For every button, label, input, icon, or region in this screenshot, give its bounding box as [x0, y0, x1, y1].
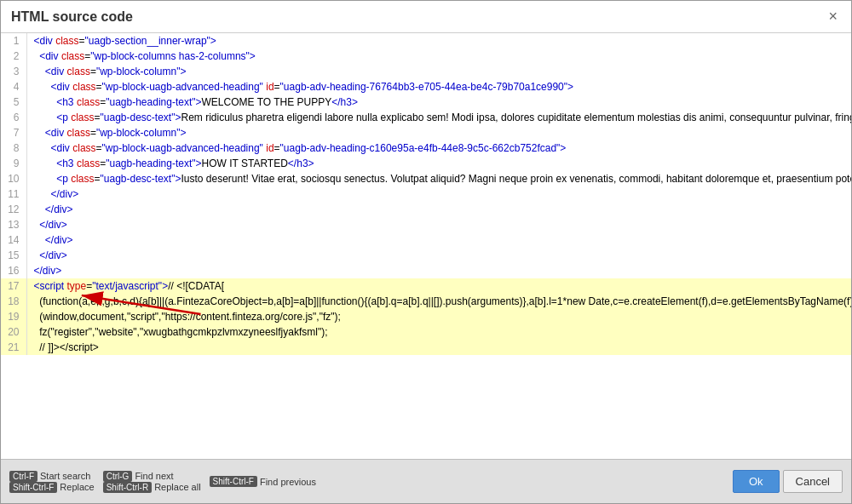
- code-content: (window,document,"script","https://conte…: [26, 309, 851, 324]
- label-replace: Replace: [60, 482, 94, 492]
- table-row: 13 </div>: [1, 217, 851, 232]
- close-button[interactable]: ×: [825, 8, 841, 26]
- line-number: 1: [1, 33, 26, 49]
- line-number: 9: [1, 156, 26, 171]
- kbd-ctrl-f: Ctrl-F: [9, 471, 37, 482]
- html-source-dialog: HTML source code × 1<div class="uagb-sec…: [0, 0, 852, 504]
- line-number: 2: [1, 49, 26, 64]
- code-scroll-area[interactable]: 1<div class="uagb-section__inner-wrap">2…: [1, 33, 851, 459]
- table-row: 5 <h3 class="uagb-heading-text">WELCOME …: [1, 94, 851, 110]
- shortcut-find-next: Ctrl-G Find next Shift-Ctrl-R Replace al…: [103, 471, 201, 493]
- line-number: 3: [1, 64, 26, 79]
- dialog-title: HTML source code: [11, 9, 133, 25]
- code-content: <h3 class="uagb-heading-text">HOW IT STA…: [26, 156, 851, 171]
- code-content: <div class="uagb-section__inner-wrap">: [26, 33, 851, 49]
- table-row: 4 <div class="wp-block-uagb-advanced-hea…: [1, 79, 851, 94]
- code-content: <div class="wp-block-column">: [26, 125, 851, 140]
- table-row: 9 <h3 class="uagb-heading-text">HOW IT S…: [1, 156, 851, 171]
- cancel-button[interactable]: Cancel: [783, 470, 843, 493]
- table-row: 11 </div>: [1, 186, 851, 202]
- table-row: 1<div class="uagb-section__inner-wrap">: [1, 33, 851, 49]
- label-start-search: Start search: [40, 471, 90, 481]
- table-row: 15 </div>: [1, 248, 851, 263]
- line-number: 4: [1, 79, 26, 94]
- code-content: <script type="text/javascript">// <![CDA…: [26, 278, 851, 294]
- kbd-shift-ctrl-f2: Shift-Ctrl-F: [210, 476, 257, 487]
- line-number: 18: [1, 294, 26, 309]
- line-number: 8: [1, 140, 26, 156]
- shortcut-find-previous: Shift-Ctrl-F Find previous: [210, 476, 316, 487]
- table-row: 14 </div>: [1, 232, 851, 248]
- table-row: 3 <div class="wp-block-column">: [1, 64, 851, 79]
- line-number: 7: [1, 125, 26, 140]
- table-row: 16</div>: [1, 263, 851, 278]
- dialog-title-bar: HTML source code ×: [1, 1, 851, 33]
- table-row: 20 fz("register","website","xwugbathgcmk…: [1, 324, 851, 340]
- label-find-next: Find next: [135, 471, 173, 481]
- code-content: </div>: [26, 263, 851, 278]
- table-row: 21 // ]]></script>: [1, 340, 851, 355]
- code-content: <div class="wp-block-column">: [26, 64, 851, 79]
- table-row: 17<script type="text/javascript">// <![C…: [1, 278, 851, 294]
- code-content: <div class="wp-block-uagb-advanced-headi…: [26, 79, 851, 94]
- table-row: 7 <div class="wp-block-column">: [1, 125, 851, 140]
- ok-button[interactable]: Ok: [733, 470, 780, 493]
- code-content: // ]]></script>: [26, 340, 851, 355]
- table-row: 18 (function(a,e,f,g,b,c,d){a[b]||(a.Fin…: [1, 294, 851, 309]
- kbd-ctrl-g: Ctrl-G: [103, 471, 133, 482]
- line-number: 13: [1, 217, 26, 232]
- line-number: 21: [1, 340, 26, 355]
- code-content: </div>: [26, 202, 851, 217]
- code-content: <p class="uagb-desc-text">Rem ridiculus …: [26, 110, 851, 125]
- table-row: 10 <p class="uagb-desc-text">Iusto deser…: [1, 171, 851, 186]
- table-row: 8 <div class="wp-block-uagb-advanced-hea…: [1, 140, 851, 156]
- shortcut-start-search: Ctrl-F Start search Shift-Ctrl-F Replace: [9, 471, 95, 493]
- line-number: 15: [1, 248, 26, 263]
- code-content: <div class="wp-block-uagb-advanced-headi…: [26, 140, 851, 156]
- line-number: 14: [1, 232, 26, 248]
- line-number: 12: [1, 202, 26, 217]
- label-find-previous: Find previous: [260, 477, 316, 487]
- bottom-bar: Ctrl-F Start search Shift-Ctrl-F Replace…: [1, 459, 851, 503]
- table-row: 6 <p class="uagb-desc-text">Rem ridiculu…: [1, 110, 851, 125]
- code-content: </div>: [26, 232, 851, 248]
- code-content: </div>: [26, 186, 851, 202]
- line-number: 16: [1, 263, 26, 278]
- code-content: <p class="uagb-desc-text">Iusto deserunt…: [26, 171, 851, 186]
- kbd-shift-ctrl-f: Shift-Ctrl-F: [9, 482, 57, 493]
- code-content: (function(a,e,f,g,b,c,d){a[b]||(a.Fintez…: [26, 294, 851, 309]
- code-content: <h3 class="uagb-heading-text">WELCOME TO…: [26, 94, 851, 110]
- line-number: 19: [1, 309, 26, 324]
- code-content: </div>: [26, 248, 851, 263]
- line-number: 17: [1, 278, 26, 294]
- code-content: <div class="wp-block-columns has-2-colum…: [26, 49, 851, 64]
- code-table: 1<div class="uagb-section__inner-wrap">2…: [1, 33, 851, 355]
- code-content: </div>: [26, 217, 851, 232]
- line-number: 5: [1, 94, 26, 110]
- table-row: 12 </div>: [1, 202, 851, 217]
- table-row: 2 <div class="wp-block-columns has-2-col…: [1, 49, 851, 64]
- kbd-shift-ctrl-r: Shift-Ctrl-R: [103, 482, 152, 493]
- line-number: 10: [1, 171, 26, 186]
- label-replace-all: Replace all: [154, 482, 200, 492]
- line-number: 11: [1, 186, 26, 202]
- code-wrapper: 1<div class="uagb-section__inner-wrap">2…: [1, 33, 851, 459]
- line-number: 6: [1, 110, 26, 125]
- code-content: fz("register","website","xwugbathgcmkpzl…: [26, 324, 851, 340]
- table-row: 19 (window,document,"script","https://co…: [1, 309, 851, 324]
- line-number: 20: [1, 324, 26, 340]
